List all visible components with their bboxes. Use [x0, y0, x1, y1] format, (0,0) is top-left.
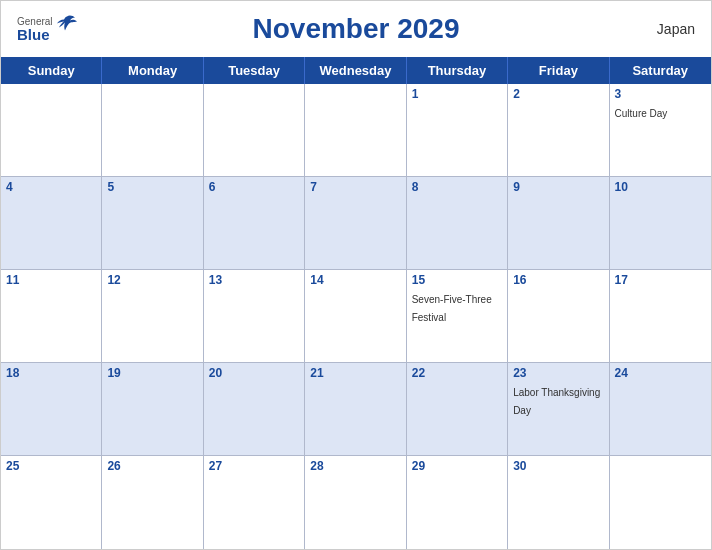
- calendar-cell: 30: [508, 456, 609, 549]
- calendar-cell: 13: [204, 270, 305, 363]
- day-header-monday: Monday: [102, 57, 203, 84]
- day-header-friday: Friday: [508, 57, 609, 84]
- calendar-cell: 19: [102, 363, 203, 456]
- date-number: 9: [513, 180, 603, 194]
- date-number: 4: [6, 180, 96, 194]
- calendar-cell: 4: [1, 177, 102, 270]
- date-number: 3: [615, 87, 706, 101]
- calendar-cell: [204, 84, 305, 177]
- date-number: 23: [513, 366, 603, 380]
- holiday-name: Labor Thanksgiving Day: [513, 387, 600, 416]
- calendar-cell: [102, 84, 203, 177]
- holiday-name: Seven-Five-Three Festival: [412, 294, 492, 323]
- calendar-cell: 3Culture Day: [610, 84, 711, 177]
- calendar-cell: 24: [610, 363, 711, 456]
- holiday-name: Culture Day: [615, 108, 668, 119]
- date-number: 1: [412, 87, 502, 101]
- day-header-thursday: Thursday: [407, 57, 508, 84]
- week-row-5: 252627282930: [1, 456, 711, 549]
- calendar-cell: 8: [407, 177, 508, 270]
- date-number: 8: [412, 180, 502, 194]
- day-header-saturday: Saturday: [610, 57, 711, 84]
- calendar-cell: 25: [1, 456, 102, 549]
- calendar-cell: 5: [102, 177, 203, 270]
- date-number: 10: [615, 180, 706, 194]
- calendar-cell: 16: [508, 270, 609, 363]
- calendar-cell: 9: [508, 177, 609, 270]
- date-number: 21: [310, 366, 400, 380]
- date-number: 17: [615, 273, 706, 287]
- day-header-tuesday: Tuesday: [204, 57, 305, 84]
- week-row-3: 1112131415Seven-Five-Three Festival1617: [1, 270, 711, 363]
- calendar-cell: 28: [305, 456, 406, 549]
- date-number: 18: [6, 366, 96, 380]
- calendar-cell: 21: [305, 363, 406, 456]
- calendar-cell: 29: [407, 456, 508, 549]
- calendar-rows: 123Culture Day456789101112131415Seven-Fi…: [1, 84, 711, 549]
- calendar-cell: 22: [407, 363, 508, 456]
- calendar-cell: 17: [610, 270, 711, 363]
- month-title: November 2029: [252, 13, 459, 45]
- day-header-sunday: Sunday: [1, 57, 102, 84]
- date-number: 19: [107, 366, 197, 380]
- date-number: 14: [310, 273, 400, 287]
- date-number: 12: [107, 273, 197, 287]
- date-number: 2: [513, 87, 603, 101]
- date-number: 29: [412, 459, 502, 473]
- logo: General Blue: [17, 17, 77, 42]
- calendar-cell: [610, 456, 711, 549]
- calendar-cell: 1: [407, 84, 508, 177]
- calendar-cell: [305, 84, 406, 177]
- day-header-wednesday: Wednesday: [305, 57, 406, 84]
- date-number: 27: [209, 459, 299, 473]
- week-row-1: 123Culture Day: [1, 84, 711, 177]
- logo-bird-icon: [55, 15, 77, 37]
- date-number: 25: [6, 459, 96, 473]
- date-number: 6: [209, 180, 299, 194]
- calendar-cell: 27: [204, 456, 305, 549]
- date-number: 26: [107, 459, 197, 473]
- week-row-4: 181920212223Labor Thanksgiving Day24: [1, 363, 711, 456]
- calendar-cell: 18: [1, 363, 102, 456]
- day-headers: SundayMondayTuesdayWednesdayThursdayFrid…: [1, 57, 711, 84]
- logo-blue-text: Blue: [17, 27, 53, 42]
- calendar-cell: 10: [610, 177, 711, 270]
- date-number: 22: [412, 366, 502, 380]
- calendar-cell: 20: [204, 363, 305, 456]
- country-label: Japan: [657, 21, 695, 37]
- week-row-2: 45678910: [1, 177, 711, 270]
- calendar-cell: 14: [305, 270, 406, 363]
- calendar-cell: 23Labor Thanksgiving Day: [508, 363, 609, 456]
- date-number: 11: [6, 273, 96, 287]
- calendar-cell: [1, 84, 102, 177]
- calendar-cell: 15Seven-Five-Three Festival: [407, 270, 508, 363]
- calendar-header: General Blue November 2029 Japan: [1, 1, 711, 57]
- calendar-cell: 26: [102, 456, 203, 549]
- date-number: 15: [412, 273, 502, 287]
- calendar: General Blue November 2029 Japan SundayM…: [0, 0, 712, 550]
- date-number: 5: [107, 180, 197, 194]
- calendar-cell: 6: [204, 177, 305, 270]
- date-number: 16: [513, 273, 603, 287]
- date-number: 24: [615, 366, 706, 380]
- date-number: 13: [209, 273, 299, 287]
- calendar-cell: 12: [102, 270, 203, 363]
- calendar-cell: 2: [508, 84, 609, 177]
- date-number: 30: [513, 459, 603, 473]
- date-number: 28: [310, 459, 400, 473]
- calendar-cell: 11: [1, 270, 102, 363]
- date-number: 20: [209, 366, 299, 380]
- date-number: 7: [310, 180, 400, 194]
- calendar-cell: 7: [305, 177, 406, 270]
